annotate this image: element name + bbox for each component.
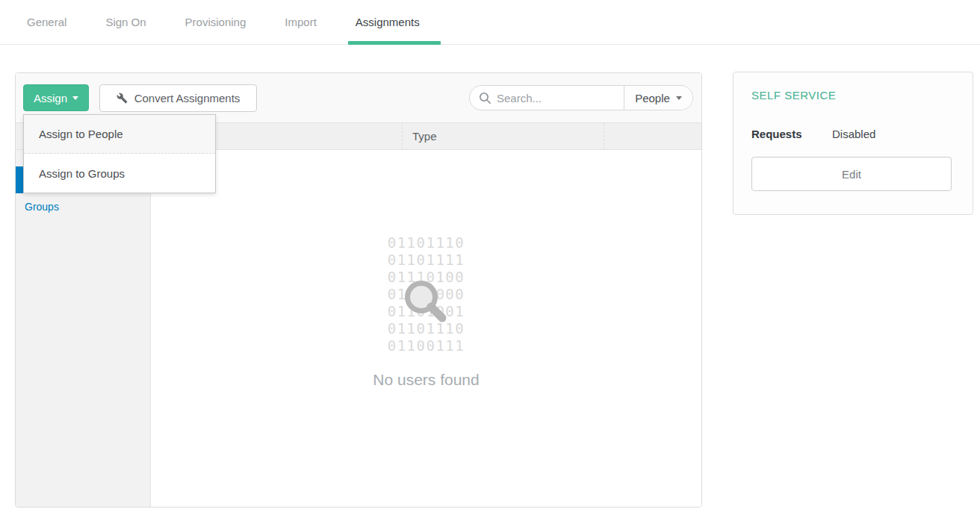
menu-item-assign-to-people[interactable]: Assign to People: [24, 115, 215, 154]
search-input[interactable]: [497, 92, 609, 104]
menu-item-assign-to-groups[interactable]: Assign to Groups: [24, 154, 215, 193]
tab-import[interactable]: Import: [285, 0, 317, 44]
empty-message: No users found: [151, 371, 701, 389]
search-field: [470, 86, 624, 110]
column-header-actions: [604, 123, 701, 149]
binary-row: 01101110: [151, 234, 701, 252]
binary-row: 01100111: [151, 337, 701, 355]
assignments-panel: Assign Convert Assignments Pe: [15, 72, 702, 508]
convert-button-label: Convert Assignments: [134, 92, 241, 104]
assign-button-label: Assign: [34, 92, 67, 104]
tab-sign-on[interactable]: Sign On: [105, 0, 146, 44]
tab-general[interactable]: General: [27, 0, 66, 44]
self-service-title: SELF SERVICE: [751, 89, 836, 102]
sidebar-item-groups[interactable]: Groups: [16, 193, 150, 220]
column-header-type: Type: [402, 123, 604, 149]
tab-provisioning[interactable]: Provisioning: [185, 0, 246, 44]
assign-dropdown-menu: Assign to People Assign to Groups: [23, 114, 216, 193]
binary-row: 01101111: [151, 252, 701, 269]
assign-button[interactable]: Assign: [23, 84, 89, 111]
magnifier-icon: [394, 275, 454, 334]
search-icon: [479, 92, 491, 104]
tab-assignments[interactable]: Assignments: [356, 0, 420, 44]
requests-label: Requests: [751, 128, 832, 140]
tab-bar: General Sign On Provisioning Import Assi…: [0, 0, 980, 45]
empty-state: 01101110 01101111 01110100 01101000 0110…: [151, 150, 701, 507]
binary-art: 01101110 01101111 01110100 01101000 0110…: [151, 234, 701, 355]
search-scope-dropdown[interactable]: People: [624, 86, 692, 110]
edit-button[interactable]: Edit: [751, 157, 952, 191]
self-service-panel: SELF SERVICE Requests Disabled Edit: [733, 72, 973, 215]
app-assignments-page: General Sign On Provisioning Import Assi…: [0, 0, 980, 512]
caret-down-icon: [72, 96, 78, 100]
requests-row: Requests Disabled: [751, 128, 956, 140]
search-combo: People: [469, 85, 693, 110]
requests-status-value: Disabled: [832, 128, 875, 140]
caret-down-icon: [676, 96, 682, 100]
search-scope-value: People: [635, 92, 670, 104]
wrench-icon: [117, 93, 128, 104]
convert-assignments-button[interactable]: Convert Assignments: [99, 84, 257, 112]
assignment-filter-sidebar: People Groups: [16, 150, 151, 507]
